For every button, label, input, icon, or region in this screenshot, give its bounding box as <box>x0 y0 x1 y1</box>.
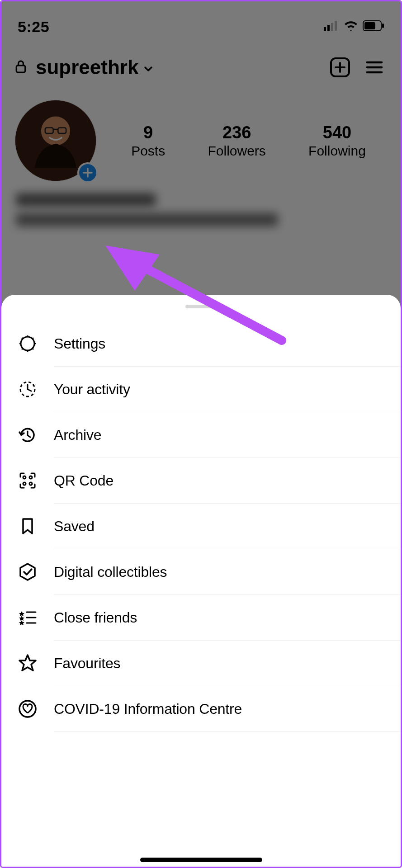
qr-code-icon <box>18 471 38 491</box>
svg-point-38 <box>29 482 32 485</box>
svg-marker-39 <box>20 564 35 580</box>
menu-item-label: Your activity <box>54 381 130 398</box>
svg-marker-42 <box>19 616 24 621</box>
profile-stats: 9 Posts 236 Followers 540 Following <box>110 123 387 159</box>
status-time: 5:25 <box>18 18 49 36</box>
svg-point-47 <box>19 701 36 717</box>
bookmark-icon <box>18 516 38 536</box>
menu-item-your-activity[interactable]: Your activity <box>1 367 401 412</box>
menu-item-digital-collectibles[interactable]: Digital collectibles <box>1 549 401 594</box>
menu-list: Settings Your activity Archive QR <box>1 321 401 732</box>
sheet-grabber[interactable] <box>185 305 217 308</box>
username-text: supreethrk <box>36 56 138 79</box>
status-bar: 5:25 <box>1 1 401 42</box>
svg-rect-1 <box>327 25 330 31</box>
stat-followers-label: Followers <box>208 143 265 159</box>
menu-item-label: COVID-19 Information Centre <box>54 701 242 717</box>
profile-bio <box>1 181 401 226</box>
menu-item-label: Saved <box>54 518 95 535</box>
status-icons <box>324 20 384 33</box>
avatar-container[interactable] <box>15 100 96 181</box>
menu-item-covid-info[interactable]: COVID-19 Information Centre <box>1 686 401 731</box>
divider <box>54 731 401 732</box>
bio-name-blurred <box>16 193 156 207</box>
stat-posts-label: Posts <box>131 143 165 159</box>
svg-point-37 <box>23 482 26 485</box>
menu-item-label: Digital collectibles <box>54 564 167 580</box>
menu-item-label: Archive <box>54 427 101 443</box>
svg-line-28 <box>22 348 23 349</box>
star-icon <box>18 653 38 673</box>
menu-item-label: Favourites <box>54 655 120 672</box>
svg-line-29 <box>32 338 33 339</box>
svg-line-27 <box>32 348 33 349</box>
svg-line-32 <box>28 389 31 391</box>
create-post-button[interactable] <box>327 55 353 80</box>
svg-line-34 <box>28 435 30 437</box>
star-list-icon <box>18 608 38 627</box>
username-dropdown[interactable]: supreethrk <box>36 56 154 79</box>
battery-icon <box>363 20 384 33</box>
svg-rect-3 <box>335 21 337 31</box>
cellular-icon <box>324 21 339 33</box>
profile-header: supreethrk <box>1 42 401 87</box>
menu-item-close-friends[interactable]: Close friends <box>1 595 401 640</box>
stat-following-label: Following <box>308 143 366 159</box>
home-indicator[interactable] <box>140 858 262 862</box>
menu-item-settings[interactable]: Settings <box>1 321 401 366</box>
stat-posts[interactable]: 9 Posts <box>131 123 165 159</box>
stat-following[interactable]: 540 Following <box>308 123 366 159</box>
svg-point-36 <box>29 476 32 479</box>
bottom-sheet-menu: Settings Your activity Archive QR <box>1 295 401 867</box>
svg-line-26 <box>22 338 23 339</box>
gear-icon <box>18 334 38 354</box>
lock-icon <box>15 59 27 75</box>
menu-item-label: Settings <box>54 335 105 352</box>
svg-marker-40 <box>19 611 24 616</box>
activity-clock-icon <box>18 379 38 399</box>
svg-marker-44 <box>19 620 24 625</box>
menu-item-favourites[interactable]: Favourites <box>1 641 401 686</box>
hexagon-check-icon <box>18 562 38 582</box>
profile-top: 9 Posts 236 Followers 540 Following <box>1 87 401 181</box>
bio-text-blurred <box>16 213 278 226</box>
svg-marker-46 <box>19 655 36 670</box>
heart-circle-icon <box>18 699 38 719</box>
svg-point-35 <box>23 476 26 479</box>
svg-rect-2 <box>331 23 333 31</box>
stat-followers-count: 236 <box>208 123 265 142</box>
stat-posts-count: 9 <box>131 123 165 142</box>
svg-rect-0 <box>324 27 326 31</box>
menu-item-saved[interactable]: Saved <box>1 504 401 549</box>
add-story-badge[interactable] <box>77 162 98 183</box>
archive-history-icon <box>18 425 38 445</box>
wifi-icon <box>344 20 358 33</box>
menu-item-archive[interactable]: Archive <box>1 412 401 458</box>
svg-rect-6 <box>382 24 384 28</box>
stat-followers[interactable]: 236 Followers <box>208 123 265 159</box>
hamburger-menu-button[interactable] <box>362 55 387 80</box>
stat-following-count: 540 <box>308 123 366 142</box>
svg-rect-5 <box>364 22 375 29</box>
svg-rect-7 <box>16 66 25 72</box>
menu-item-label: Close friends <box>54 609 137 626</box>
menu-item-label: QR Code <box>54 472 114 489</box>
menu-item-qr-code[interactable]: QR Code <box>1 458 401 503</box>
chevron-down-icon <box>143 56 154 79</box>
